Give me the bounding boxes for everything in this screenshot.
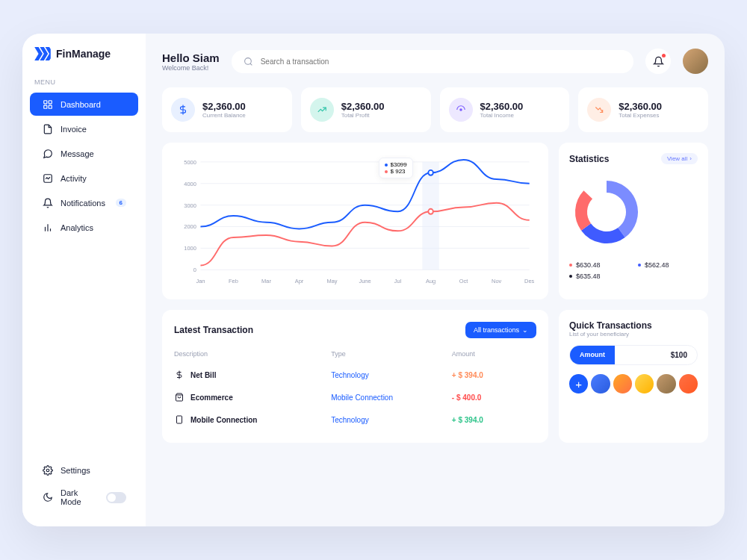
add-beneficiary-button[interactable]: +: [569, 374, 588, 393]
main-content: Hello Siam Welcome Back! $2,360.00Curren…: [146, 34, 725, 526]
table-header: Description Type Amount: [174, 347, 536, 364]
amount-value: $100: [615, 346, 697, 364]
content-row: 010002000300040005000JanFebMarAprMayJune…: [162, 143, 708, 299]
svg-text:Des: Des: [524, 278, 534, 284]
beneficiary-avatars: +: [569, 374, 698, 393]
moon-icon: [42, 492, 53, 503]
nav-label: Analytics: [61, 223, 93, 232]
quick-transactions-card: Quick Transactions List of your benefici…: [559, 310, 708, 443]
dollar-icon: [174, 370, 185, 380]
nav-dashboard[interactable]: Dashboard: [30, 93, 138, 116]
row-description: Ecommerce: [190, 393, 233, 402]
gear-icon: [42, 464, 53, 476]
search-input[interactable]: [261, 57, 622, 66]
beneficiary-avatar[interactable]: [679, 374, 698, 393]
stat-income: $2,360.00Total Income: [440, 87, 570, 132]
amount-label: Amount: [570, 346, 615, 364]
header: Hello Siam Welcome Back!: [162, 49, 708, 74]
table-body: Net Bill Technology + $ 394.0 Ecommerce …: [174, 364, 536, 431]
brand-logo[interactable]: FinManage: [22, 47, 146, 74]
view-all-button[interactable]: View all›: [661, 153, 698, 164]
line-chart-svg: 010002000300040005000JanFebMarAprMayJune…: [174, 155, 536, 287]
nav-activity[interactable]: Activity: [30, 167, 138, 190]
svg-rect-0: [43, 100, 46, 103]
activity-icon: [42, 172, 53, 184]
stat-value: $2,360.00: [202, 101, 246, 112]
donut-chart: [569, 175, 644, 249]
stat-value: $2,360.00: [480, 101, 524, 112]
svg-rect-41: [177, 416, 182, 423]
beneficiary-avatar[interactable]: [613, 374, 632, 393]
mobile-icon: [174, 414, 185, 425]
transactions-card: Latest Transaction All transactions⌄ Des…: [162, 310, 548, 443]
stat-profit: $2,360.00Total Profit: [301, 87, 431, 132]
message-icon: [42, 148, 53, 159]
nav-message[interactable]: Message: [30, 142, 138, 165]
stat-value: $2,360.00: [619, 101, 662, 112]
notifications-button[interactable]: [645, 49, 671, 74]
beneficiary-avatar[interactable]: [635, 374, 654, 393]
svg-text:1000: 1000: [184, 245, 196, 252]
legend-item: $630.48: [569, 261, 629, 269]
amount-input-group[interactable]: Amount $100: [569, 345, 698, 365]
svg-text:Oct: Oct: [459, 278, 468, 284]
nav-notifications[interactable]: Notifications 6: [30, 191, 138, 214]
invoice-icon: [42, 123, 53, 134]
svg-point-8: [46, 469, 49, 472]
gauge-icon: [449, 98, 473, 122]
svg-text:5000: 5000: [184, 159, 196, 166]
svg-text:4000: 4000: [184, 181, 196, 187]
analytics-icon: [42, 222, 53, 233]
svg-text:May: May: [326, 278, 337, 284]
bottom-row: Latest Transaction All transactions⌄ Des…: [162, 310, 708, 443]
transactions-title: Latest Transaction: [174, 325, 253, 335]
greeting-block: Hello Siam Welcome Back!: [162, 52, 220, 72]
col-amount: Amount: [452, 350, 536, 358]
user-avatar[interactable]: [683, 49, 708, 74]
row-type: Technology: [331, 371, 452, 379]
app-window: FinManage MENU Dashboard Invoice Message…: [22, 34, 725, 526]
stat-label: Total Income: [480, 112, 524, 119]
col-description: Description: [174, 350, 331, 358]
bag-icon: [174, 392, 185, 402]
nav-label: Notifications: [61, 199, 105, 208]
chevron-down-icon: ⌄: [522, 326, 528, 334]
row-amount: + $ 394.0: [452, 416, 536, 424]
chevron-right-icon: ›: [689, 155, 692, 162]
row-description: Net Bill: [190, 371, 216, 379]
svg-text:Nov: Nov: [492, 278, 501, 284]
page-title: Hello Siam: [162, 52, 220, 64]
nav-settings[interactable]: Settings: [30, 458, 138, 482]
transactions-filter-button[interactable]: All transactions⌄: [465, 322, 536, 338]
nav-analytics[interactable]: Analytics: [30, 216, 138, 239]
beneficiary-avatar[interactable]: [657, 374, 675, 393]
table-row[interactable]: Net Bill Technology + $ 394.0: [174, 364, 536, 386]
darkmode-toggle[interactable]: [106, 492, 126, 503]
menu-section-label: MENU: [22, 74, 146, 92]
svg-text:Jul: Jul: [394, 278, 402, 284]
dashboard-icon: [42, 99, 53, 110]
nav-label: Dark Mode: [61, 488, 99, 506]
nav-label: Settings: [61, 466, 90, 475]
nav-invoice[interactable]: Invoice: [30, 117, 138, 140]
svg-point-38: [428, 209, 433, 214]
svg-text:Aug: Aug: [426, 278, 436, 284]
statistics-card: Statistics View all› $630.48$562.48$635.…: [559, 143, 708, 299]
revenue-chart: 010002000300040005000JanFebMarAprMayJune…: [162, 143, 548, 299]
svg-point-37: [428, 170, 433, 175]
table-row[interactable]: Mobile Connection Technology + $ 394.0: [174, 408, 536, 431]
notifications-icon: [42, 197, 53, 208]
welcome-text: Welcome Back!: [162, 64, 220, 72]
sidebar: FinManage MENU Dashboard Invoice Message…: [22, 34, 146, 526]
search-bar[interactable]: [232, 50, 633, 73]
bell-icon: [653, 56, 664, 67]
legend-item: $562.48: [638, 261, 698, 269]
table-row[interactable]: Ecommerce Mobile Connection - $ 400.0: [174, 386, 536, 408]
darkmode-toggle-row[interactable]: Dark Mode: [30, 482, 138, 512]
quick-title: Quick Transactions: [569, 320, 698, 331]
nav-label: Invoice: [61, 125, 87, 134]
row-amount: - $ 400.0: [452, 393, 536, 402]
svg-text:Mar: Mar: [261, 278, 271, 284]
beneficiary-avatar[interactable]: [591, 374, 610, 393]
svg-text:Apr: Apr: [295, 278, 304, 284]
